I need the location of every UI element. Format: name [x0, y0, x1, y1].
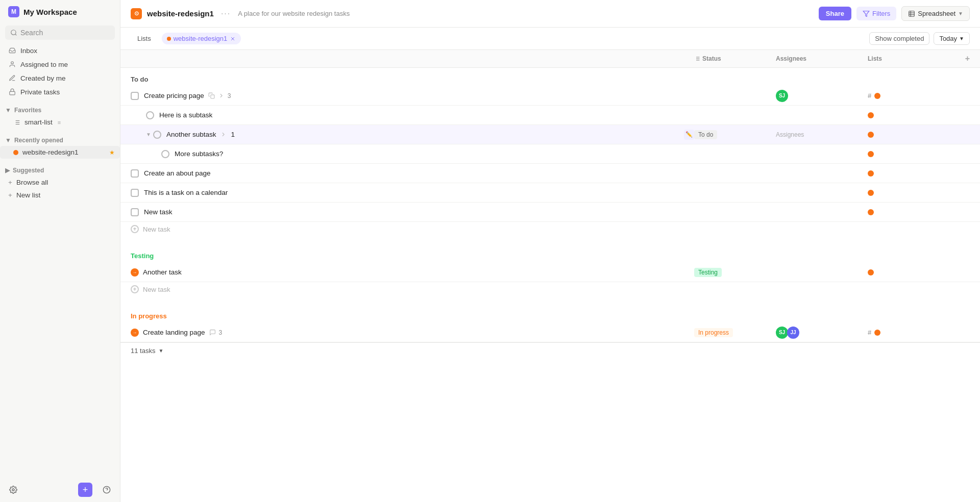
show-completed-button[interactable]: Show completed — [869, 32, 929, 45]
plus-icon: + — [131, 285, 139, 293]
testing-title[interactable]: Testing — [131, 252, 154, 260]
sidebar-item-smartlist[interactable]: smart-list ≡ — [0, 116, 120, 129]
new-list-item[interactable]: + New list — [0, 189, 120, 202]
copy-icon — [208, 92, 215, 99]
project-dot — [13, 150, 18, 155]
in-progress-arrow-icon2: → — [131, 329, 139, 337]
col-status-header[interactable]: Status — [694, 55, 776, 62]
subtask-count: 3 — [228, 92, 231, 99]
spreadsheet-button[interactable]: Spreadsheet ▼ — [901, 6, 970, 21]
task-status: Testing — [694, 268, 776, 277]
task-checkbox[interactable] — [153, 131, 161, 139]
chevron-right-icon: ▶ — [5, 167, 10, 174]
filters-label: Filters — [872, 10, 890, 17]
chevron-icon[interactable]: ▼ — [146, 132, 151, 137]
private-label: Private tasks — [20, 88, 60, 96]
sidebar-item-website-redesign[interactable]: website-redesign1 ★ — [0, 146, 120, 159]
new-task-label-testing: New task — [143, 286, 170, 293]
task-row[interactable]: More subtasks? — [120, 144, 980, 164]
active-list-tab[interactable]: website-redesign1 — [162, 33, 241, 44]
task-lists: # — [868, 92, 970, 99]
smart-list-label: smart-list — [24, 118, 53, 126]
add-column-button[interactable]: + — [965, 54, 970, 63]
list-icon — [13, 119, 20, 126]
testing-group-header: Testing — [120, 244, 980, 263]
task-row[interactable]: New task — [120, 203, 980, 222]
today-button[interactable]: Today ▼ — [934, 32, 970, 45]
in-progress-arrow-icon: → — [131, 268, 139, 277]
hash-icon: # — [868, 92, 871, 99]
task-name: Create pricing page 3 — [144, 92, 694, 99]
subtask-name: Here is a subtask — [159, 111, 694, 119]
add-task-button-testing[interactable]: + New task — [120, 282, 980, 296]
task-checkbox[interactable] — [131, 189, 139, 197]
add-task-button[interactable]: + New task — [120, 222, 980, 236]
help-icon[interactable] — [100, 483, 114, 497]
workspace-header[interactable]: M My Workspace — [0, 0, 120, 23]
sidebar-item-created[interactable]: Created by me — [3, 71, 117, 85]
table-header: Status Assignees Lists + — [120, 50, 980, 68]
tab-close-icon[interactable] — [230, 36, 236, 42]
search-bar[interactable]: Search — [5, 26, 115, 40]
todo-title[interactable]: To do — [131, 76, 148, 83]
settings-icon[interactable] — [6, 483, 20, 497]
task-count: 11 tasks — [131, 347, 155, 355]
browse-all-label: Browse all — [16, 179, 48, 186]
chevron-down-icon2: ▼ — [5, 137, 11, 144]
create-button[interactable]: + — [78, 483, 92, 497]
task-checkbox[interactable] — [146, 111, 154, 119]
sidebar-item-inbox[interactable]: Inbox — [3, 44, 117, 57]
assignees-placeholder[interactable]: Assignees — [776, 131, 804, 138]
task-checkbox[interactable] — [131, 92, 139, 100]
status-badge: Testing — [694, 268, 722, 277]
task-checkbox[interactable] — [161, 150, 169, 158]
plus-icon: + — [8, 179, 12, 186]
project-name: website-redesign1 — [147, 9, 214, 18]
task-name: This is a task on a calendar — [144, 189, 694, 196]
task-row[interactable]: Here is a subtask — [120, 106, 980, 125]
subtask-count2: 1 — [231, 131, 235, 138]
favorites-header[interactable]: ▼ Favorites — [0, 105, 120, 116]
filter-icon: ≡ — [58, 119, 61, 126]
created-label: Created by me — [20, 74, 66, 82]
task-row[interactable]: This is a task on a calendar — [120, 183, 980, 203]
sidebar-item-private[interactable]: Private tasks — [3, 85, 117, 98]
more-options-button[interactable]: ··· — [219, 9, 233, 18]
filters-button[interactable]: Filters — [856, 7, 896, 20]
task-lists — [868, 190, 970, 196]
task-lists — [868, 132, 970, 138]
task-lists — [868, 112, 970, 118]
list-dot — [868, 132, 874, 138]
sidebar-item-assigned[interactable]: Assigned to me — [3, 58, 117, 71]
task-row[interactable]: → Another task Testing — [120, 263, 980, 282]
lists-tab[interactable]: Lists — [131, 32, 158, 45]
task-status: In progress — [694, 328, 776, 337]
subtask-name: Another subtask 1 — [166, 131, 684, 138]
subtoolbar: Lists website-redesign1 Show completed T… — [120, 28, 980, 50]
group-inprogress: In progress → Create landing page 3 In p… — [120, 305, 980, 342]
recently-opened-header[interactable]: ▼ Recently opened — [0, 135, 120, 146]
star-icon[interactable]: ★ — [109, 149, 115, 156]
suggested-header[interactable]: ▶ Suggested — [0, 165, 120, 176]
task-checkbox[interactable] — [131, 169, 139, 178]
list-dot — [868, 112, 874, 118]
task-checkbox[interactable] — [131, 208, 139, 216]
task-assignees: Assignees — [776, 131, 868, 138]
task-row[interactable]: Create pricing page 3 SJ # — [120, 86, 980, 106]
list-dot — [868, 269, 874, 275]
search-icon — [10, 29, 17, 36]
status-badge: To do — [694, 130, 717, 139]
browse-all-item[interactable]: + Browse all — [0, 176, 120, 189]
plus-icon: + — [131, 225, 139, 233]
task-row[interactable]: ▼ Another subtask 1 ✏️ To do Assignees — [120, 125, 980, 144]
status-col-label: Status — [702, 55, 721, 62]
edit-icon[interactable]: ✏️ — [684, 130, 694, 140]
task-row[interactable]: Create an about page — [120, 164, 980, 183]
group-todo: To do Create pricing page 3 SJ — [120, 68, 980, 236]
share-button[interactable]: Share — [819, 7, 851, 20]
task-status: To do — [694, 130, 776, 139]
task-row[interactable]: → Create landing page 3 In progress SJ J… — [120, 323, 980, 342]
inprogress-title[interactable]: In progress — [131, 312, 167, 320]
chevron-down-icon: ▼ — [5, 107, 11, 114]
chevron-down-footer[interactable]: ▼ — [158, 348, 163, 354]
